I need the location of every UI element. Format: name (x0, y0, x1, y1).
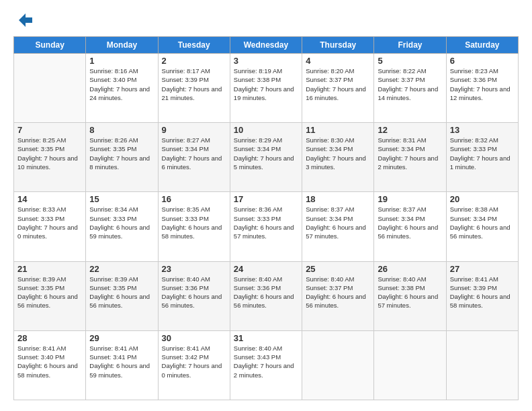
day-number: 1 (89, 56, 154, 66)
day-number: 5 (378, 56, 442, 66)
sunset-info: Sunset: 3:35 PM (17, 145, 64, 152)
day-info: Sunrise: 8:32 AMSunset: 3:33 PMDaylight:… (450, 136, 515, 171)
calendar-cell (446, 330, 518, 400)
daylight-info: Daylight: 7 hours and 5 minutes. (234, 154, 294, 171)
day-info: Sunrise: 8:31 AMSunset: 3:34 PMDaylight:… (378, 136, 442, 171)
page: SundayMondayTuesdayWednesdayThursdayFrid… (0, 0, 532, 411)
sunrise-info: Sunrise: 8:26 AM (89, 136, 138, 144)
calendar-cell (374, 330, 446, 400)
daylight-info: Daylight: 7 hours and 3 minutes. (306, 154, 366, 171)
day-info: Sunrise: 8:41 AMSunset: 3:39 PMDaylight:… (450, 275, 515, 310)
daylight-info: Daylight: 7 hours and 0 minutes. (17, 224, 78, 240)
calendar-cell: 3Sunrise: 8:19 AMSunset: 3:38 PMDaylight… (230, 54, 302, 123)
sunrise-info: Sunrise: 8:29 AM (234, 136, 282, 144)
daylight-info: Daylight: 6 hours and 56 minutes. (450, 224, 511, 240)
sunset-info: Sunset: 3:33 PM (162, 215, 209, 222)
calendar-cell: 5Sunrise: 8:22 AMSunset: 3:37 PMDaylight… (374, 54, 446, 123)
calendar-cell: 28Sunrise: 8:41 AMSunset: 3:40 PMDayligh… (14, 330, 86, 400)
day-info: Sunrise: 8:40 AMSunset: 3:43 PMDaylight:… (234, 344, 298, 379)
calendar-week-row: 28Sunrise: 8:41 AMSunset: 3:40 PMDayligh… (14, 330, 519, 400)
day-info: Sunrise: 8:38 AMSunset: 3:34 PMDaylight:… (450, 205, 515, 240)
sunset-info: Sunset: 3:34 PM (378, 215, 425, 222)
day-number: 19 (378, 194, 442, 204)
sunset-info: Sunset: 3:40 PM (89, 76, 136, 83)
sunrise-info: Sunrise: 8:37 AM (306, 205, 354, 213)
weekday-header: Sunday (14, 37, 86, 54)
day-number: 22 (89, 264, 154, 274)
day-number: 25 (306, 264, 370, 274)
day-info: Sunrise: 8:40 AMSunset: 3:37 PMDaylight:… (306, 275, 370, 310)
daylight-info: Daylight: 7 hours and 2 minutes. (378, 154, 438, 171)
calendar-cell: 15Sunrise: 8:34 AMSunset: 3:33 PMDayligh… (86, 192, 158, 261)
daylight-info: Daylight: 6 hours and 56 minutes. (89, 293, 150, 309)
sunset-info: Sunset: 3:39 PM (162, 76, 209, 83)
sunset-info: Sunset: 3:35 PM (89, 145, 136, 152)
day-info: Sunrise: 8:33 AMSunset: 3:33 PMDaylight:… (17, 205, 82, 240)
daylight-info: Daylight: 7 hours and 10 minutes. (17, 154, 78, 171)
sunrise-info: Sunrise: 8:41 AM (17, 345, 66, 352)
daylight-info: Daylight: 6 hours and 57 minutes. (234, 224, 294, 240)
day-info: Sunrise: 8:20 AMSunset: 3:37 PMDaylight:… (306, 66, 370, 102)
day-number: 28 (17, 333, 82, 343)
sunrise-info: Sunrise: 8:40 AM (234, 345, 282, 352)
daylight-info: Daylight: 7 hours and 14 minutes. (378, 85, 438, 101)
calendar-cell: 6Sunrise: 8:23 AMSunset: 3:36 PMDaylight… (446, 54, 518, 123)
sunrise-info: Sunrise: 8:31 AM (378, 136, 426, 144)
sunrise-info: Sunrise: 8:27 AM (162, 136, 210, 144)
sunset-info: Sunset: 3:34 PM (378, 145, 425, 152)
sunset-info: Sunset: 3:36 PM (450, 76, 497, 83)
sunset-info: Sunset: 3:38 PM (234, 76, 281, 83)
daylight-info: Daylight: 6 hours and 56 minutes. (17, 293, 78, 309)
sunrise-info: Sunrise: 8:41 AM (89, 345, 138, 352)
sunrise-info: Sunrise: 8:40 AM (378, 275, 426, 283)
sunset-info: Sunset: 3:33 PM (89, 215, 136, 222)
day-number: 3 (234, 56, 298, 66)
day-info: Sunrise: 8:25 AMSunset: 3:35 PMDaylight:… (17, 136, 82, 171)
sunrise-info: Sunrise: 8:40 AM (162, 275, 210, 283)
day-info: Sunrise: 8:27 AMSunset: 3:34 PMDaylight:… (162, 136, 226, 171)
sunset-info: Sunset: 3:35 PM (89, 284, 136, 291)
calendar-week-row: 7Sunrise: 8:25 AMSunset: 3:35 PMDaylight… (14, 123, 519, 192)
sunrise-info: Sunrise: 8:32 AM (450, 136, 498, 144)
day-number: 16 (162, 194, 226, 204)
day-info: Sunrise: 8:19 AMSunset: 3:38 PMDaylight:… (234, 66, 298, 102)
sunrise-info: Sunrise: 8:41 AM (450, 275, 498, 283)
daylight-info: Daylight: 7 hours and 24 minutes. (89, 85, 150, 101)
day-info: Sunrise: 8:26 AMSunset: 3:35 PMDaylight:… (89, 136, 154, 171)
weekday-header: Saturday (446, 37, 518, 54)
header (13, 11, 519, 30)
weekday-header: Monday (86, 37, 158, 54)
day-number: 15 (89, 194, 154, 204)
sunset-info: Sunset: 3:34 PM (162, 145, 209, 152)
day-info: Sunrise: 8:41 AMSunset: 3:41 PMDaylight:… (89, 344, 154, 379)
daylight-info: Daylight: 6 hours and 56 minutes. (306, 293, 366, 309)
calendar-week-row: 21Sunrise: 8:39 AMSunset: 3:35 PMDayligh… (14, 261, 519, 330)
calendar-cell: 31Sunrise: 8:40 AMSunset: 3:43 PMDayligh… (230, 330, 302, 400)
calendar-week-row: 1Sunrise: 8:16 AMSunset: 3:40 PMDaylight… (14, 54, 519, 123)
day-number: 14 (17, 194, 82, 204)
calendar-cell: 12Sunrise: 8:31 AMSunset: 3:34 PMDayligh… (374, 123, 446, 192)
day-number: 23 (162, 264, 226, 274)
daylight-info: Daylight: 6 hours and 56 minutes. (162, 293, 222, 309)
daylight-info: Daylight: 6 hours and 56 minutes. (234, 293, 294, 309)
day-info: Sunrise: 8:23 AMSunset: 3:36 PMDaylight:… (450, 66, 515, 102)
weekday-header: Friday (374, 37, 446, 54)
day-number: 18 (306, 194, 370, 204)
day-number: 2 (162, 56, 226, 66)
weekday-header-row: SundayMondayTuesdayWednesdayThursdayFrid… (14, 37, 519, 54)
day-number: 7 (17, 125, 82, 135)
day-number: 6 (450, 56, 515, 66)
day-info: Sunrise: 8:16 AMSunset: 3:40 PMDaylight:… (89, 66, 154, 102)
sunrise-info: Sunrise: 8:17 AM (162, 67, 210, 75)
day-number: 20 (450, 194, 515, 204)
sunset-info: Sunset: 3:34 PM (234, 145, 281, 152)
weekday-header: Thursday (302, 37, 374, 54)
daylight-info: Daylight: 7 hours and 16 minutes. (306, 85, 366, 101)
calendar-cell: 8Sunrise: 8:26 AMSunset: 3:35 PMDaylight… (86, 123, 158, 192)
calendar-cell: 23Sunrise: 8:40 AMSunset: 3:36 PMDayligh… (158, 261, 230, 330)
daylight-info: Daylight: 6 hours and 59 minutes. (89, 224, 150, 240)
calendar-cell: 27Sunrise: 8:41 AMSunset: 3:39 PMDayligh… (446, 261, 518, 330)
sunset-info: Sunset: 3:37 PM (306, 284, 353, 291)
day-number: 27 (450, 264, 515, 274)
sunrise-info: Sunrise: 8:16 AM (89, 67, 138, 75)
